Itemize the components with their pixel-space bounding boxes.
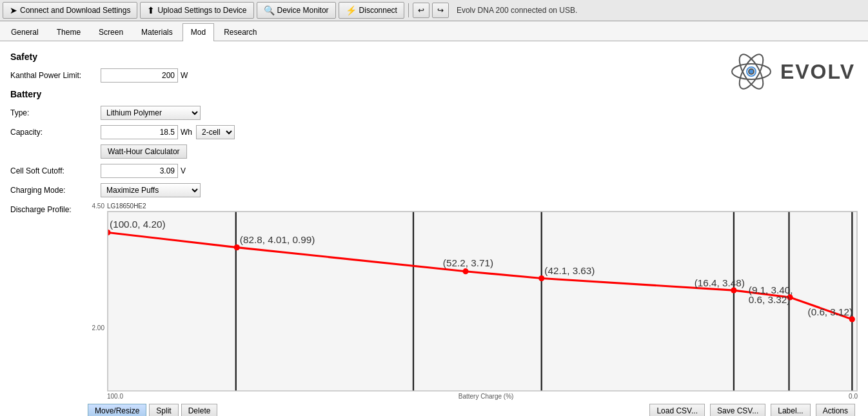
wh-calc-btn[interactable]: Watt-Hour Calculator <box>101 144 187 159</box>
svg-text:0.6, 3.32): 0.6, 3.32) <box>749 294 791 305</box>
charging-select[interactable]: Maximize Puffs Maximize Battery Life Bal… <box>101 183 201 197</box>
main-content: EVOLV Safety Kanthal Power Limit: W Batt… <box>0 41 868 416</box>
capacity-unit: Wh <box>181 128 192 137</box>
delete-btn[interactable]: Delete <box>181 404 218 416</box>
monitor-icon: 🔍 <box>264 5 275 15</box>
discharge-row: Discharge Profile: 4.50 2.00 LG18650HE2 <box>10 203 858 416</box>
svg-text:(16.4, 3.48): (16.4, 3.48) <box>695 277 745 288</box>
tab-screen[interactable]: Screen <box>90 23 132 41</box>
chart-actions: Move/Resize Split Delete Load CSV... Sav… <box>88 404 858 416</box>
y-max-label: 4.50 <box>92 203 104 210</box>
x-right-label: 0.0 <box>849 393 858 400</box>
connect-icon: ➤ <box>10 5 17 15</box>
save-csv-btn[interactable]: Save CSV... <box>710 404 765 416</box>
svg-point-16 <box>538 275 544 281</box>
move-resize-btn[interactable]: Move/Resize <box>88 404 146 416</box>
cutoff-input[interactable] <box>101 164 178 178</box>
actions-btn[interactable]: Actions <box>816 404 855 416</box>
battery-type-row: Type: Lithium Polymer Lithium Ion NiMH N… <box>10 106 858 120</box>
svg-point-15 <box>462 268 468 274</box>
load-csv-btn[interactable]: Load CSV... <box>649 404 705 416</box>
disconnect-btn[interactable]: ⚡ Disconnect <box>339 2 404 19</box>
tab-research[interactable]: Research <box>215 23 265 41</box>
charging-label: Charging Mode: <box>10 186 101 195</box>
battery-type-select[interactable]: Lithium Polymer Lithium Ion NiMH NiCd Cu… <box>101 106 201 120</box>
discharge-svg: (100.0, 4.20) (82.8, 4.01, 0.99) (52.2, … <box>108 212 857 391</box>
tabs-bar: General Theme Screen Materials Mod Resea… <box>0 21 868 41</box>
tab-theme[interactable]: Theme <box>48 23 89 41</box>
disconnect-icon: ⚡ <box>346 5 357 15</box>
svg-text:(100.0, 4.20): (100.0, 4.20) <box>110 219 166 230</box>
chart-right-btns: Load CSV... Save CSV... Label... Actions <box>649 404 858 416</box>
charging-row: Charging Mode: Maximize Puffs Maximize B… <box>10 183 858 197</box>
connect-download-btn[interactable]: ➤ Connect and Download Settings <box>3 2 137 19</box>
svg-text:(42.1, 3.63): (42.1, 3.63) <box>544 265 595 276</box>
device-monitor-btn[interactable]: 🔍 Device Monitor <box>257 2 336 19</box>
toolbar-separator <box>408 3 409 17</box>
evolv-atom-icon <box>729 49 774 94</box>
kanthal-input[interactable] <box>101 68 178 83</box>
discharge-chart[interactable]: (100.0, 4.20) (82.8, 4.01, 0.99) (52.2, … <box>107 211 858 391</box>
upload-icon: ⬆ <box>147 5 155 15</box>
x-axis-label: Battery Charge (%) <box>459 393 514 400</box>
connection-status: Evolv DNA 200 connected on USB. <box>457 6 577 15</box>
evolv-brand-name: EVOLV <box>780 60 855 84</box>
undo-btn[interactable]: ↩ <box>413 3 429 18</box>
redo-btn[interactable]: ↪ <box>432 3 449 18</box>
x-left-label: 100.0 <box>107 393 123 400</box>
chart-title: LG18650HE2 <box>107 203 858 210</box>
svg-text:(52.2, 3.71): (52.2, 3.71) <box>443 257 493 268</box>
cutoff-row: Cell Soft Cutoff: V <box>10 164 858 178</box>
discharge-label: Discharge Profile: <box>10 203 88 214</box>
upload-settings-btn[interactable]: ⬆ Upload Settings to Device <box>140 2 253 19</box>
svg-point-14 <box>234 244 240 250</box>
capacity-label: Capacity: <box>10 128 101 137</box>
tab-mod[interactable]: Mod <box>182 23 214 41</box>
logo-area: EVOLV <box>729 49 855 94</box>
svg-rect-6 <box>108 212 857 391</box>
capacity-row: Capacity: Wh 1-cell 2-cell 3-cell <box>10 125 858 139</box>
wh-calc-row: Watt-Hour Calculator <box>10 144 858 159</box>
svg-point-5 <box>749 70 753 74</box>
capacity-input[interactable] <box>101 125 178 139</box>
y-min-label: 2.00 <box>92 324 104 332</box>
cutoff-label: Cell Soft Cutoff: <box>10 166 101 175</box>
battery-type-label: Type: <box>10 108 101 117</box>
split-btn[interactable]: Split <box>149 404 178 416</box>
cutoff-unit: V <box>181 166 186 175</box>
label-btn[interactable]: Label... <box>771 404 810 416</box>
tab-general[interactable]: General <box>3 23 47 41</box>
discharge-chart-wrap: 4.50 2.00 LG18650HE2 <box>88 203 858 416</box>
kanthal-unit: W <box>181 71 188 80</box>
svg-text:(82.8, 4.01, 0.99): (82.8, 4.01, 0.99) <box>240 234 315 245</box>
kanthal-label: Kanthal Power Limit: <box>10 71 101 80</box>
evolv-logo: EVOLV <box>729 49 855 94</box>
cell-select[interactable]: 1-cell 2-cell 3-cell <box>196 125 235 139</box>
toolbar: ➤ Connect and Download Settings ⬆ Upload… <box>0 0 868 21</box>
tab-materials[interactable]: Materials <box>133 23 181 41</box>
svg-text:(0.6, 3.12): (0.6, 3.12) <box>808 306 853 317</box>
